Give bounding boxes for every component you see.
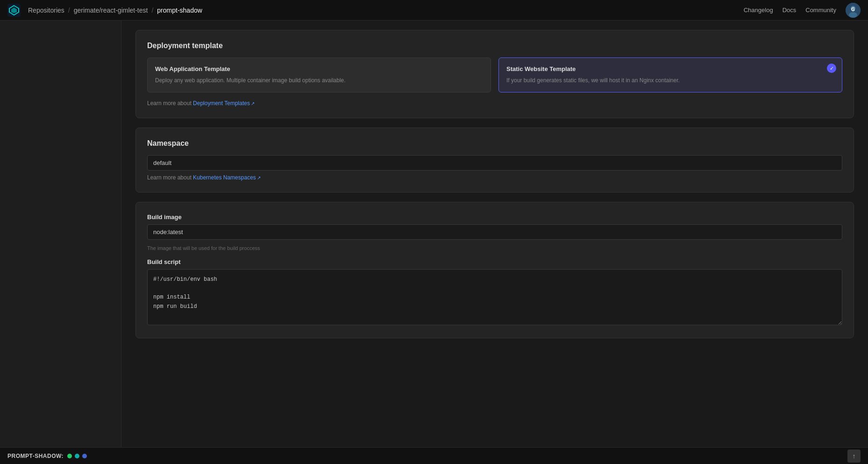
status-dot-teal	[75, 454, 79, 458]
current-page-label: prompt-shadow	[157, 7, 202, 14]
web-app-title: Web Application Template	[155, 65, 483, 72]
navbar-right: Changelog Docs Community G	[744, 3, 861, 18]
breadcrumb-sep-1: /	[68, 7, 70, 14]
build-image-section: Build image The image that will be used …	[147, 214, 842, 251]
breadcrumb: Repositories / gerimate/react-gimlet-tes…	[28, 7, 744, 14]
deployment-template-card: Deployment template Web Application Temp…	[135, 30, 854, 118]
app-logo[interactable]	[7, 4, 21, 17]
status-left: PROMPT-SHADOW:	[7, 453, 87, 459]
avatar[interactable]: G	[846, 3, 861, 18]
build-image-hint: The image that will be used for the buil…	[147, 245, 842, 251]
namespace-learn-more-prefix: Learn more about	[147, 174, 193, 181]
external-link-icon: ↗	[251, 101, 255, 106]
build-script-textarea[interactable]: #!/usr/bin/env bash npm install npm run …	[147, 269, 842, 325]
build-image-input[interactable]	[147, 224, 842, 240]
status-dot-blue	[82, 454, 87, 458]
build-image-card: Build image The image that will be used …	[135, 202, 854, 338]
docs-link[interactable]: Docs	[783, 7, 797, 14]
status-bar: PROMPT-SHADOW: ↑	[0, 447, 868, 464]
kubernetes-namespaces-link[interactable]: Kubernetes Namespaces	[193, 174, 256, 181]
template-grid: Web Application Template Deploy any web …	[147, 57, 842, 93]
build-script-label: Build script	[147, 258, 842, 265]
status-dot-green	[67, 454, 72, 458]
svg-text:G: G	[851, 7, 855, 12]
static-site-template-card[interactable]: ✓ Static Website Template If your build …	[498, 57, 842, 93]
build-image-label: Build image	[147, 214, 842, 221]
main-content: Deployment template Web Application Temp…	[121, 21, 868, 447]
deployment-template-title: Deployment template	[147, 42, 842, 50]
namespace-learn-more: Learn more about Kubernetes Namespaces↗	[147, 174, 842, 181]
breadcrumb-sep-2: /	[151, 7, 153, 14]
layout: Deployment template Web Application Temp…	[0, 21, 868, 447]
community-link[interactable]: Community	[805, 7, 836, 14]
web-app-desc: Deploy any web application. Multiple con…	[155, 76, 483, 85]
web-app-template-card[interactable]: Web Application Template Deploy any web …	[147, 57, 491, 93]
namespace-card: Namespace Learn more about Kubernetes Na…	[135, 128, 854, 193]
deployment-templates-link[interactable]: Deployment Templates	[193, 100, 250, 107]
build-script-section: Build script #!/usr/bin/env bash npm ins…	[147, 258, 842, 327]
static-site-title: Static Website Template	[506, 65, 834, 72]
deployment-learn-more: Learn more about Deployment Templates↗	[147, 100, 842, 107]
namespace-title: Namespace	[147, 139, 842, 148]
selected-check-icon: ✓	[827, 64, 836, 73]
status-dots	[67, 454, 87, 458]
repo-link[interactable]: gerimate/react-gimlet-test	[74, 7, 148, 14]
navbar: Repositories / gerimate/react-gimlet-tes…	[0, 0, 868, 21]
scroll-to-top-button[interactable]: ↑	[847, 450, 861, 463]
svg-point-5	[849, 12, 857, 18]
status-label: PROMPT-SHADOW:	[7, 453, 64, 459]
deployment-learn-more-prefix: Learn more about	[147, 100, 193, 107]
changelog-link[interactable]: Changelog	[744, 7, 773, 14]
repositories-link[interactable]: Repositories	[28, 7, 64, 14]
sidebar	[0, 21, 121, 447]
external-link-icon-2: ↗	[257, 175, 261, 180]
static-site-desc: If your build generates static files, we…	[506, 76, 834, 85]
namespace-input[interactable]	[147, 155, 842, 171]
